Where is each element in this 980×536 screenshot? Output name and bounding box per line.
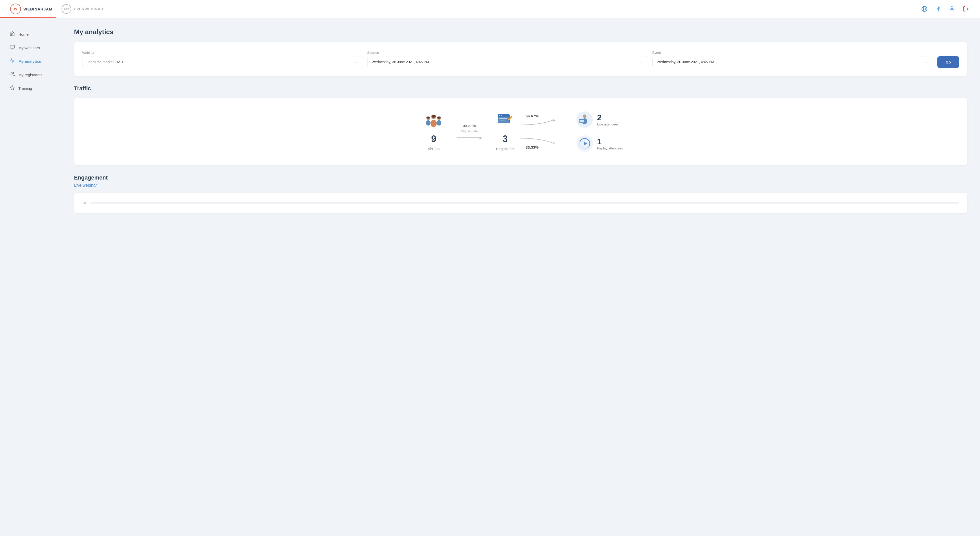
- svg-point-11: [431, 115, 436, 118]
- event-value: Wednesday, 30 June 2021, 4:45 PM: [657, 60, 714, 64]
- svg-point-21: [501, 115, 502, 116]
- live-label: Live attendees: [597, 122, 619, 126]
- replay-attendees-info: 1 Replay attendees: [597, 137, 623, 150]
- svg-point-2: [951, 6, 953, 9]
- event-label: Event: [652, 51, 933, 55]
- sidebar: Home My webinars My analytics: [0, 18, 61, 536]
- webinar-label: Webinar: [82, 51, 363, 55]
- webinars-icon: [9, 44, 15, 51]
- session-value: Wednesday, 30 June 2021, 4:45 PM: [372, 60, 429, 64]
- analytics-icon: [9, 58, 15, 65]
- traffic-card: 9 Visitors 33.33% Sign up rate ▶: [74, 98, 967, 165]
- live-attendees-icon: [576, 111, 593, 128]
- replay-label: Replay attendees: [597, 146, 623, 150]
- ew-logo-text: EVERWEBINAR: [74, 7, 103, 11]
- wj-logo-text: WEBINARJAM: [24, 7, 52, 11]
- sidebar-item-my-analytics[interactable]: My analytics: [5, 55, 56, 68]
- logout-icon[interactable]: [962, 5, 970, 13]
- replay-arrow-group: 33.33%: [520, 137, 561, 149]
- header-logos: W WEBINARJAM EW EVERWEBINAR: [10, 3, 103, 14]
- svg-rect-23: [500, 120, 505, 121]
- event-dots-icon: ···: [924, 60, 929, 64]
- svg-point-16: [437, 121, 442, 126]
- registrants-label: Registrants: [496, 147, 514, 151]
- training-icon: [9, 85, 15, 92]
- webinar-value: Learn the market FAST: [86, 60, 124, 64]
- globe-icon[interactable]: [920, 5, 928, 13]
- webinarjam-logo[interactable]: W WEBINARJAM: [10, 3, 52, 14]
- split-arrows-area: 66.67%: [520, 111, 576, 152]
- visitors-node: 9 Visitors: [418, 112, 449, 151]
- header-actions: [920, 5, 970, 13]
- user-icon[interactable]: [948, 5, 956, 13]
- webinar-selector-group: Webinar Learn the market FAST ···: [82, 51, 363, 67]
- replay-pct: 33.33%: [525, 145, 538, 149]
- facebook-icon[interactable]: [934, 5, 942, 13]
- webinar-dots-icon: ···: [354, 60, 359, 64]
- sidebar-item-home[interactable]: Home: [5, 28, 56, 41]
- svg-point-20: [500, 115, 501, 116]
- session-label: Session: [367, 51, 648, 55]
- svg-point-14: [426, 117, 430, 119]
- replay-attendees-icon: [576, 135, 593, 152]
- webinar-selector[interactable]: Learn the market FAST ···: [82, 57, 363, 67]
- replay-count: 1: [597, 137, 623, 146]
- sidebar-analytics-label: My analytics: [18, 59, 41, 63]
- svg-rect-31: [579, 119, 584, 120]
- live-count: 2: [597, 113, 619, 122]
- registrants-icon: [9, 71, 15, 78]
- registrants-icon: [496, 112, 514, 131]
- everwebinar-logo[interactable]: EW EVERWEBINAR: [62, 4, 103, 14]
- engagement-card: 10: [74, 193, 967, 213]
- engagement-title: Engagement: [74, 174, 967, 181]
- svg-marker-8: [10, 86, 14, 90]
- svg-point-17: [437, 117, 441, 119]
- go-button-container: Go: [937, 50, 959, 68]
- svg-point-13: [426, 121, 431, 126]
- engagement-chart-area: 10: [82, 201, 959, 205]
- live-pct: 66.67%: [525, 114, 538, 118]
- chart-bar: [91, 203, 959, 203]
- signup-rate-pct: 33.33%: [463, 124, 476, 128]
- event-selector[interactable]: Wednesday, 30 June 2021, 4:45 PM ···: [652, 57, 933, 67]
- svg-marker-27: [553, 143, 555, 144]
- registrants-count: 3: [503, 133, 508, 144]
- session-selector-group: Session Wednesday, 30 June 2021, 4:45 PM…: [367, 51, 648, 67]
- sidebar-training-label: Training: [18, 86, 32, 90]
- page-title: My analytics: [74, 28, 967, 36]
- visitors-icon: [425, 112, 442, 131]
- live-attendees-info: 2 Live attendees: [597, 113, 619, 126]
- home-icon: [9, 31, 15, 38]
- sidebar-item-training[interactable]: Training: [5, 82, 56, 95]
- live-arrow-group: 66.67%: [520, 114, 561, 126]
- svg-marker-34: [584, 141, 587, 146]
- selector-grid: Webinar Learn the market FAST ··· Sessio…: [82, 50, 959, 68]
- svg-marker-26: [553, 119, 555, 122]
- session-dots-icon: ···: [639, 60, 644, 64]
- registrants-node: 3 Registrants: [490, 112, 520, 151]
- ew-logo-circle: EW: [62, 4, 71, 14]
- sidebar-item-my-registrants[interactable]: My registrants: [5, 68, 56, 81]
- traffic-title: Traffic: [74, 85, 967, 92]
- wj-logo-circle: W: [10, 3, 21, 14]
- svg-point-7: [11, 73, 13, 74]
- selector-card: Webinar Learn the market FAST ··· Sessio…: [74, 42, 967, 76]
- sidebar-item-my-webinars[interactable]: My webinars: [5, 41, 56, 54]
- svg-rect-22: [500, 118, 508, 119]
- svg-point-10: [431, 120, 437, 127]
- visitors-label: Visitors: [428, 147, 440, 151]
- svg-marker-25: [505, 126, 506, 127]
- signup-rate-group: 33.33% Sign up rate ▶: [449, 124, 490, 140]
- visitors-count: 9: [431, 133, 436, 144]
- attendee-nodes: 2 Live attendees: [576, 111, 623, 152]
- layout: Home My webinars My analytics: [0, 18, 980, 536]
- signup-rate-label: Sign up rate: [461, 130, 478, 133]
- svg-point-28: [583, 114, 587, 118]
- session-selector[interactable]: Wednesday, 30 June 2021, 4:45 PM ···: [367, 57, 648, 67]
- sidebar-webinars-label: My webinars: [18, 46, 40, 50]
- go-button[interactable]: Go: [937, 56, 959, 68]
- sidebar-home-label: Home: [18, 32, 29, 36]
- engagement-sub: Live webinar: [74, 183, 967, 188]
- svg-rect-4: [10, 45, 14, 48]
- header: W WEBINARJAM EW EVERWEBINAR: [0, 0, 980, 18]
